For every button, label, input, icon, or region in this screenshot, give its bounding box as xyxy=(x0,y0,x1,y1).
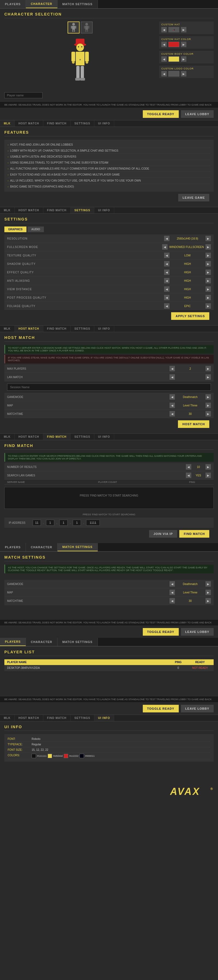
tab-character[interactable]: CHARACTER xyxy=(26,0,58,8)
pl-leave-lobby-button[interactable]: LEAVE LOBBY xyxy=(181,705,214,713)
settings-next-5[interactable]: ▶ xyxy=(205,278,211,283)
leave-lobby-button[interactable]: LEAVE LOBBY xyxy=(181,110,214,118)
settings-next-6[interactable]: ▶ xyxy=(205,286,211,292)
subnav5-ui-info[interactable]: UI INFO xyxy=(94,715,114,721)
subnav3-settings[interactable]: SETTINGS xyxy=(71,326,94,332)
tab2-character[interactable]: CHARACTER xyxy=(26,543,58,551)
tab3-match-settings[interactable]: MATCH SETTINGS xyxy=(58,638,98,646)
host-match-button[interactable]: HOST MATCH xyxy=(178,420,209,428)
settings-next-3[interactable]: ▶ xyxy=(205,261,211,267)
search-lan-prev[interactable]: ◀ xyxy=(186,473,191,478)
subnav3-ui-info[interactable]: UI INFO xyxy=(94,326,114,332)
find-match-button[interactable]: FIND MATCH xyxy=(179,530,209,538)
subnav5-find-match[interactable]: FIND MATCH xyxy=(43,715,71,721)
lan-match-next[interactable]: ▶ xyxy=(205,374,211,380)
settings-next-4[interactable]: ▶ xyxy=(205,269,211,275)
search-lan-next[interactable]: ▶ xyxy=(205,473,211,478)
ip-octet-3[interactable] xyxy=(59,520,67,526)
subnav2-ui-info[interactable]: UI INFO xyxy=(94,207,114,213)
subnav4-host-match[interactable]: HOST MATCH xyxy=(15,434,43,440)
subnav5-host-match[interactable]: HOST MATCH xyxy=(15,715,43,721)
map-next[interactable]: ▶ xyxy=(205,402,211,408)
leave-game-button[interactable]: LEAVE GAME xyxy=(178,194,209,202)
subnav-host-match[interactable]: HOST MATCH xyxy=(15,120,43,127)
settings-tab-audio[interactable]: AUDIO xyxy=(27,226,44,232)
subnav4-mlk[interactable]: MLK xyxy=(0,434,15,440)
gamemode-prev[interactable]: ◀ xyxy=(170,394,175,399)
tab2-match-settings[interactable]: MATCH SETTINGS xyxy=(58,543,98,551)
max-players-prev[interactable]: ◀ xyxy=(170,366,175,371)
settings-prev-3[interactable]: ◀ xyxy=(164,261,170,267)
character-name-field[interactable] xyxy=(4,92,43,98)
ms-gamemode-prev[interactable]: ◀ xyxy=(170,581,175,587)
subnav-find-match[interactable]: FIND MATCH xyxy=(43,120,71,127)
lan-match-prev[interactable]: ◀ xyxy=(170,374,175,380)
char-thumb-1[interactable] xyxy=(67,22,80,33)
settings-next-0[interactable]: ▶ xyxy=(205,236,211,241)
settings-prev-6[interactable]: ◀ xyxy=(164,286,170,292)
settings-prev-1[interactable]: ◀ xyxy=(162,244,168,250)
ms-toggle-ready-button[interactable]: TOGGLE READY xyxy=(143,628,179,636)
settings-prev-5[interactable]: ◀ xyxy=(164,278,170,283)
matchtime-prev[interactable]: ◀ xyxy=(170,411,175,417)
subnav-mlk[interactable]: MLK xyxy=(0,120,15,127)
tab2-players[interactable]: PLAYERS xyxy=(0,543,26,551)
ms-matchtime-next[interactable]: ▶ xyxy=(205,598,211,603)
subnav2-settings[interactable]: SETTINGS xyxy=(71,207,94,213)
subnav3-find-match[interactable]: FIND MATCH xyxy=(43,326,71,332)
toggle-ready-button[interactable]: TOGGLE READY xyxy=(143,110,179,118)
custom-logo-color-prev[interactable]: ◀ xyxy=(161,71,167,76)
ms-map-prev[interactable]: ◀ xyxy=(170,590,175,595)
tab3-character[interactable]: CHARACTER xyxy=(26,638,58,646)
settings-prev-4[interactable]: ◀ xyxy=(164,269,170,275)
num-results-prev[interactable]: ◀ xyxy=(186,464,191,469)
ms-gamemode-next[interactable]: ▶ xyxy=(205,581,211,587)
custom-hat-color-next[interactable]: ▶ xyxy=(181,41,186,47)
custom-hat-color-prev[interactable]: ◀ xyxy=(161,41,167,47)
num-results-next[interactable]: ▶ xyxy=(205,464,211,469)
tab3-players[interactable]: PLAYERS xyxy=(0,638,26,646)
settings-prev-8[interactable]: ◀ xyxy=(164,303,170,309)
subnav4-settings[interactable]: SETTINGS xyxy=(71,434,94,440)
subnav2-find-match[interactable]: FIND MATCH xyxy=(43,207,71,213)
subnav-settings[interactable]: SETTINGS xyxy=(71,120,94,127)
settings-next-7[interactable]: ▶ xyxy=(205,295,211,300)
custom-body-color-next[interactable]: ▶ xyxy=(181,56,186,62)
settings-next-2[interactable]: ▶ xyxy=(205,253,211,258)
tab-players[interactable]: PLAYERS xyxy=(0,0,26,8)
subnav-ui-info[interactable]: UI INFO xyxy=(94,120,114,127)
ip-octet-4[interactable] xyxy=(73,520,81,526)
custom-hat-next[interactable]: ▶ xyxy=(181,27,186,32)
settings-prev-7[interactable]: ◀ xyxy=(164,295,170,300)
gamemode-next[interactable]: ▶ xyxy=(205,394,211,399)
subnav5-mlk[interactable]: MLK xyxy=(0,715,15,721)
max-players-next[interactable]: ▶ xyxy=(205,366,211,371)
settings-prev-0[interactable]: ◀ xyxy=(164,236,170,241)
apply-settings-button[interactable]: APPLY SETTINGS xyxy=(171,312,209,320)
map-prev[interactable]: ◀ xyxy=(170,402,175,408)
subnav3-host-match[interactable]: HOST MATCH xyxy=(15,326,43,332)
ip-octet-1[interactable] xyxy=(33,520,41,526)
subnav4-find-match[interactable]: FIND MATCH xyxy=(43,434,71,440)
subnav2-host-match[interactable]: HOST MATCH xyxy=(15,207,43,213)
subnav2-mlk[interactable]: MLK xyxy=(0,207,15,213)
custom-logo-color-next[interactable]: ▶ xyxy=(181,71,186,76)
join-via-ip-button[interactable]: JOIN VIA IP xyxy=(149,530,177,538)
ip-octet-2[interactable] xyxy=(46,520,54,526)
ms-matchtime-prev[interactable]: ◀ xyxy=(170,598,175,603)
custom-hat-prev[interactable]: ◀ xyxy=(161,27,167,32)
settings-next-8[interactable]: ▶ xyxy=(205,303,211,309)
session-name-input[interactable] xyxy=(7,383,211,391)
subnav4-ui-info[interactable]: UI INFO xyxy=(94,434,114,440)
char-thumb-2[interactable] xyxy=(81,22,93,33)
ms-map-next[interactable]: ▶ xyxy=(205,590,211,595)
ip-octet-5[interactable] xyxy=(86,520,100,526)
ms-leave-lobby-button[interactable]: LEAVE LOBBY xyxy=(181,628,214,636)
subnav3-mlk[interactable]: MLK xyxy=(0,326,15,332)
custom-body-color-prev[interactable]: ◀ xyxy=(161,56,167,62)
settings-prev-2[interactable]: ◀ xyxy=(164,253,170,258)
settings-next-1[interactable]: ▶ xyxy=(205,244,211,250)
subnav5-settings[interactable]: SETTINGS xyxy=(71,715,94,721)
pl-toggle-ready-button[interactable]: TOGGLE READY xyxy=(143,705,179,713)
settings-tab-graphics[interactable]: GRAPHICS xyxy=(4,226,26,232)
